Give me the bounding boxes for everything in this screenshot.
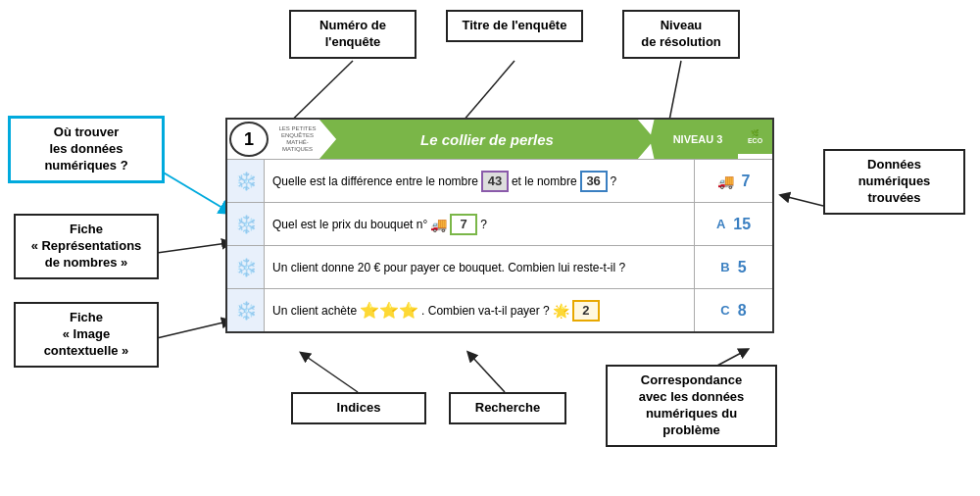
fiche-representations-box: Fiche« Représentationsde nombres » [14,214,159,279]
row2-icon: ❄️ [227,203,265,245]
worksheet-level: NIVEAU 3 [650,120,738,159]
svg-line-6 [157,322,227,338]
svg-line-3 [784,196,823,206]
worksheet-title: Le collier de perles [319,120,655,159]
row1-answer: 7 [742,173,751,190]
row4-stars: ⭐⭐⭐ [360,301,418,320]
worksheet-row-2: ❄️ Quel est le prix du bouquet n° 🚚 7 ? … [227,202,772,245]
row3-letter: B [720,260,729,274]
numero-enquete-box: Numéro de l'enquête [289,10,416,59]
svg-line-4 [162,172,227,211]
row3-content: Un client donne 20 € pour payer ce bouqu… [265,246,694,288]
row2-content: Quel est le prix du bouquet n° 🚚 7 ? [265,203,694,245]
worksheet-row-4: ❄️ Un client achète ⭐⭐⭐ . Combien va-t-i… [227,288,772,331]
svg-line-7 [304,355,358,392]
niveau-resolution-box: Niveaude résolution [622,10,740,59]
worksheet-row-1: ❄️ Quelle est la différence entre le nom… [227,159,772,202]
row2-truck-inline: 🚚 [430,217,447,232]
row2-right: A 15 [694,203,772,245]
worksheet-logo: LES PETITESENQUÊTESMATHÉ-MATIQUES [270,120,324,159]
worksheet-header: 1 LES PETITESENQUÊTESMATHÉ-MATIQUES Le c… [227,120,772,159]
row2-answer: 15 [733,216,751,233]
titre-enquete-box: Titre de l'enquête [446,10,583,42]
recherche-box: Recherche [449,392,566,424]
row1-num2: 36 [580,171,608,192]
ou-trouver-box: Où trouverles donnéesnumériques ? [8,116,165,183]
row4-content: Un client achète ⭐⭐⭐ . Combien va-t-il p… [265,289,694,331]
row4-icon: ❄️ [227,289,265,331]
indices-box: Indices [291,392,426,424]
worksheet-badge: 🌿ECO [738,120,772,154]
worksheet: 1 LES PETITESENQUÊTESMATHÉ-MATIQUES Le c… [225,118,774,333]
correspondance-box: Correspondanceavec les donnéesnumériques… [606,365,777,447]
row3-answer: 5 [738,259,747,276]
row1-icon: ❄️ [227,160,265,202]
row4-letter: C [720,303,729,318]
row1-num1: 43 [481,171,509,192]
row1-right: 🚚 7 [694,160,772,202]
row1-truck-icon: 🚚 [717,174,734,189]
worksheet-row-3: ❄️ Un client donne 20 € pour payer ce bo… [227,245,772,288]
row4-right: C 8 [694,289,772,331]
fiche-image-box: Fiche« Imagecontextuelle » [14,302,159,368]
row4-answer: 8 [738,302,747,320]
row2-letter: A [716,217,725,231]
row4-sun-icon: 🌟 [553,303,569,319]
svg-line-8 [470,355,505,392]
row1-content: Quelle est la différence entre le nombre… [265,160,694,202]
row2-num: 7 [450,214,477,235]
svg-line-5 [157,243,227,253]
worksheet-number: 1 [229,122,269,157]
row4-num: 2 [572,300,600,322]
row3-right: B 5 [694,246,772,288]
row3-icon: ❄️ [227,246,265,288]
donnees-numeriques-box: Donnéesnumériquestrouvées [823,149,965,215]
